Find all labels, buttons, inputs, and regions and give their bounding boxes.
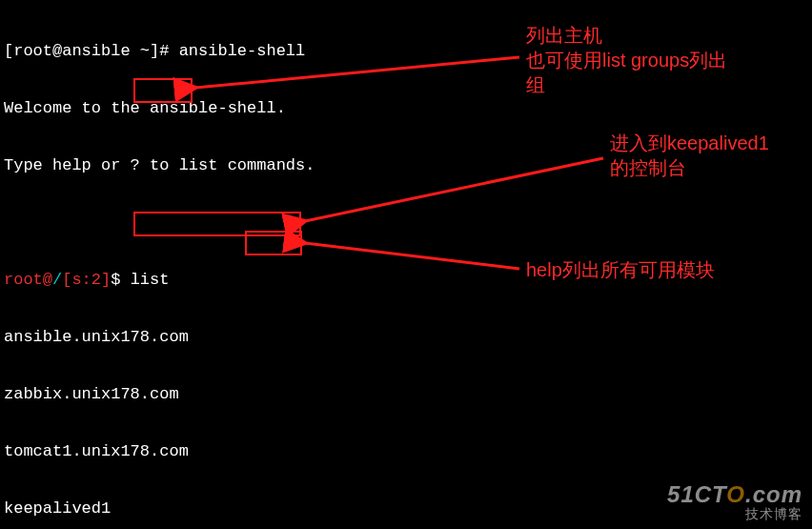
watermark: 51CTO.com 技术博客 bbox=[667, 485, 802, 523]
annotation-list: 列出主机 也可使用list groups列出 组 bbox=[526, 23, 727, 97]
host-1: zabbix.unix178.com bbox=[4, 385, 808, 404]
annotation-cd: 进入到keepalived1 的控制台 bbox=[610, 131, 769, 180]
host-0: ansible.unix178.com bbox=[4, 328, 808, 347]
line-blank bbox=[4, 214, 808, 233]
line-welcome-1: Welcome to the ansible-shell. bbox=[4, 99, 808, 118]
annotation-help: help列出所有可用模块 bbox=[526, 257, 715, 282]
host-2: tomcat1.unix178.com bbox=[4, 442, 808, 461]
